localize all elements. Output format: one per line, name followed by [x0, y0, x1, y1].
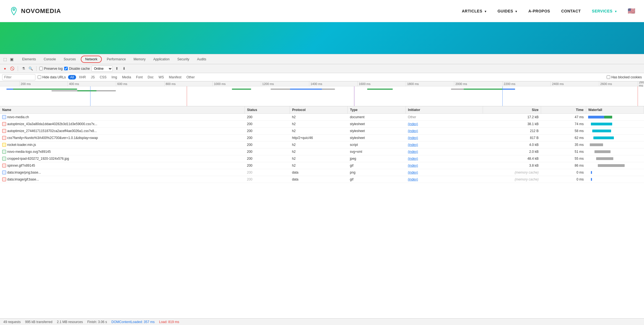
disable-cache-input[interactable] [64, 67, 68, 70]
row-status: 200 [245, 141, 290, 148]
row-time: 0 ms [541, 176, 586, 183]
row-name: novo-media.ch [7, 115, 29, 119]
inspect-icon[interactable]: ⬚ [2, 56, 8, 62]
hero-banner [0, 22, 644, 54]
ruler-1800ms: 1800 ms [406, 81, 419, 86]
tab-application[interactable]: Application [150, 56, 173, 63]
tab-memory[interactable]: Memory [130, 56, 149, 63]
has-blocked-cookies-input[interactable] [607, 75, 610, 79]
row-time: 47 ms [541, 114, 586, 121]
tab-network[interactable]: Network [81, 56, 102, 63]
table-row[interactable]: data:image/gif;base... 200 data gif (ind… [0, 176, 644, 183]
table-row[interactable]: css?family=Nunito%3A400%2C700&ver=1.0.1&… [0, 135, 644, 141]
nav-apropos[interactable]: A-PROPOS [528, 9, 550, 13]
table-row[interactable]: data:image/png;base... 200 data png (ind… [0, 169, 644, 176]
col-header-name[interactable]: Name [0, 106, 245, 114]
filter-other[interactable]: Other [184, 75, 197, 79]
ruler-1400ms: 1400 ms [309, 81, 322, 86]
filter-icon[interactable]: ⚗ [21, 66, 26, 71]
row-type: gif [348, 176, 406, 183]
preserve-log-input[interactable] [39, 67, 43, 70]
row-protocol: h2 [290, 162, 347, 169]
col-header-status[interactable]: Status [245, 106, 290, 114]
nav-guides[interactable]: GUIDES ▾ [497, 9, 517, 13]
tab-audits[interactable]: Audits [194, 56, 209, 63]
filter-font[interactable]: Font [134, 75, 145, 79]
device-icon[interactable]: ▣ [9, 56, 14, 62]
filter-js[interactable]: JS [89, 75, 97, 79]
row-status: 200 [245, 148, 290, 155]
file-icon [2, 122, 6, 126]
table-row[interactable]: spinner.gif?x89145 200 h2 gif (index) 3.… [0, 162, 644, 169]
table-row[interactable]: autoptimize_274461711518702ca2aceff4ae30… [0, 128, 644, 135]
hide-data-urls-input[interactable] [38, 75, 41, 79]
col-header-protocol[interactable]: Protocol [290, 106, 347, 114]
tl-vline-blue [90, 86, 90, 106]
search-icon[interactable]: 🔍 [28, 66, 33, 71]
row-size: 212 B [483, 128, 541, 135]
ruler-1200ms: 1200 ms [261, 81, 274, 86]
tl-vline-red-2 [638, 86, 638, 106]
filter-doc[interactable]: Doc [146, 75, 156, 79]
file-icon [2, 157, 6, 161]
row-size: 17.2 kB [483, 114, 541, 121]
nav-contact[interactable]: CONTACT [561, 9, 581, 13]
row-size: 38.1 kB [483, 121, 541, 128]
col-header-time[interactable]: Time [541, 106, 586, 114]
filter-input[interactable] [2, 74, 35, 80]
row-initiator: (index) [406, 148, 483, 155]
load-time: Load: 819 ms [159, 320, 179, 324]
tab-elements[interactable]: Elements [19, 56, 39, 63]
dom-content-loaded: DOMContentLoaded: 357 ms [111, 320, 155, 324]
filter-all[interactable]: All [68, 75, 76, 79]
nav-articles[interactable]: ARTICLES ▾ [462, 9, 487, 13]
table-row[interactable]: autoptimize_43a3a80da1ddae40282b3d11d3e5… [0, 121, 644, 128]
devtools-tabs: ⬚ ▣ Elements Console Sources Network Per… [0, 54, 644, 64]
table-row[interactable]: cropped-ipad-820272_1920-1024x576.jpg 20… [0, 155, 644, 162]
col-header-initiator[interactable]: Initiator [406, 106, 483, 114]
filter-media[interactable]: Media [120, 75, 133, 79]
table-row[interactable]: novo-media.ch 200 h2 document Other 17.2… [0, 114, 644, 121]
ruler-1000ms: 1000 ms [212, 81, 225, 86]
row-initiator: (index) [406, 169, 483, 176]
ruler-2000ms: 2000 ms [454, 81, 467, 86]
col-header-waterfall[interactable]: Waterfall [586, 106, 644, 114]
filter-css[interactable]: CSS [97, 75, 109, 79]
transferred-size: 995 kB transferred [25, 320, 53, 324]
nav-services[interactable]: SERVICES ▾ [592, 9, 617, 13]
filter-manifest[interactable]: Manifest [167, 75, 184, 79]
status-bar: 49 requests 995 kB transferred 2.1 MB re… [0, 318, 644, 325]
table-row[interactable]: rocket-loader.min.js 200 h2 script (inde… [0, 141, 644, 148]
export-har-button[interactable]: ⬇ [121, 66, 127, 71]
clear-button[interactable]: 🚫 [9, 66, 15, 71]
col-header-size[interactable]: Size [483, 106, 541, 114]
record-button[interactable]: ● [2, 66, 8, 71]
tab-console[interactable]: Console [40, 56, 59, 63]
tab-sources[interactable]: Sources [60, 56, 79, 63]
throttle-select[interactable]: Online Fast 3G Slow 3G Offline [92, 66, 113, 72]
filter-img[interactable]: Img [109, 75, 119, 79]
disable-cache-checkbox[interactable]: Disable cache [64, 67, 90, 71]
tab-performance[interactable]: Performance [103, 56, 129, 63]
col-header-type[interactable]: Type [348, 106, 406, 114]
has-blocked-cookies-checkbox[interactable]: Has blocked cookies [607, 75, 642, 79]
tab-security[interactable]: Security [174, 56, 193, 63]
row-protocol: h2 [290, 148, 347, 155]
file-icon [2, 164, 6, 167]
preserve-log-label: Preserve log [44, 67, 63, 71]
filter-ws[interactable]: WS [156, 75, 166, 79]
row-time: 55 ms [541, 155, 586, 162]
table-row[interactable]: novo-media-logo.svg?x89145 200 h2 svg+xm… [0, 148, 644, 155]
tl-vline-blue-2 [502, 86, 503, 106]
row-time: 35 ms [541, 141, 586, 148]
row-name: data:image/gif;base... [7, 177, 39, 181]
row-waterfall [586, 176, 644, 183]
row-protocol: h2 [290, 121, 347, 128]
row-name: data:image/png;base... [7, 171, 41, 174]
preserve-log-checkbox[interactable]: Preserve log [39, 67, 63, 71]
row-type: jpeg [348, 155, 406, 162]
import-har-button[interactable]: ⬆ [114, 66, 120, 71]
filter-xhr[interactable]: XHR [77, 75, 88, 79]
hide-data-urls-checkbox[interactable]: Hide data URLs [38, 75, 66, 79]
row-size: 2.0 kB [483, 148, 541, 155]
